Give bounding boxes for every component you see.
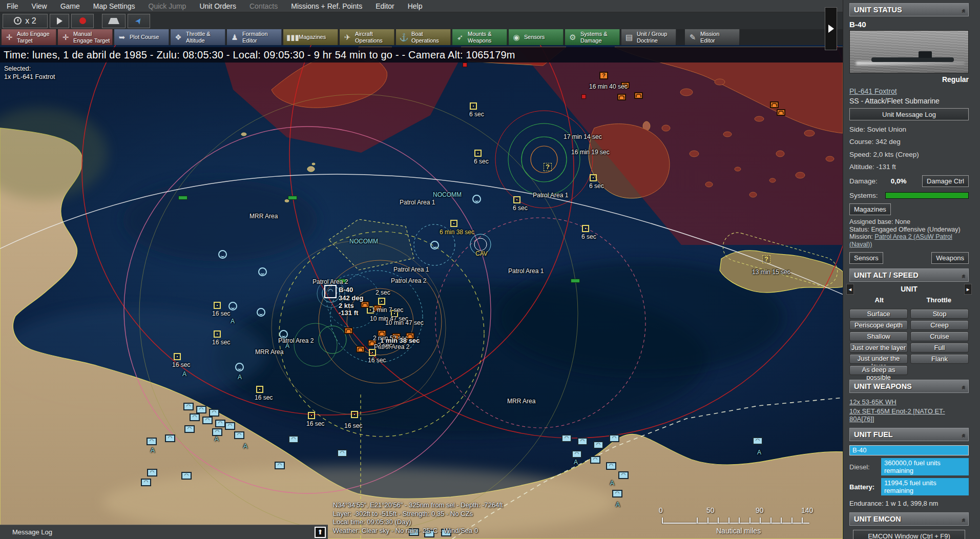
jump-to-button[interactable]: ➤ [128, 14, 150, 28]
throttle-full-button[interactable]: Full [910, 343, 969, 353]
submarine-datum-icon[interactable] [218, 250, 227, 259]
message-log-expand-button[interactable]: ⬆ [315, 527, 326, 538]
naval-unit-icon[interactable] [202, 417, 213, 424]
naval-unit-icon[interactable] [181, 472, 192, 480]
unit-alt-speed-header[interactable]: UNIT ALT / SPEED » [849, 268, 969, 282]
selected-unit-icon[interactable] [324, 285, 337, 298]
submarine-datum-icon[interactable] [257, 308, 265, 317]
auto-engage-target-button[interactable]: ✛Auto EngageTarget [2, 29, 56, 45]
scope-next-button[interactable]: ► [964, 284, 972, 295]
unit-message-log-button[interactable]: Unit Message Log [849, 108, 969, 120]
alt-just-over-the-layer-button[interactable]: Just over the layer [849, 343, 908, 353]
magazines-button[interactable]: ▮▮▮Magazines [283, 29, 338, 45]
menu-item-missions-ref-points[interactable]: Missions + Ref. Points [284, 0, 369, 12]
unknown-contact-icon[interactable] [378, 298, 385, 305]
naval-unit-icon[interactable] [147, 438, 157, 445]
weapons-panel-button[interactable]: Weapons [931, 252, 969, 264]
naval-unit-icon[interactable] [275, 462, 285, 469]
hostile-point-icon[interactable] [581, 94, 586, 99]
time-compression-button[interactable]: x 2 [3, 14, 48, 28]
naval-unit-icon[interactable] [590, 456, 600, 464]
collapse-chevron-icon[interactable]: » [956, 10, 969, 13]
naval-unit-icon[interactable] [561, 434, 572, 442]
submarine-datum-icon[interactable] [258, 267, 267, 276]
damage-ctrl-button[interactable]: Damage Ctrl [922, 175, 969, 187]
alt-periscope-depth-button[interactable]: Periscope depth [849, 320, 908, 330]
fuel-unit-row[interactable]: B-40 [849, 445, 969, 455]
naval-unit-icon[interactable] [234, 431, 244, 439]
hostile-unit-icon[interactable] [361, 301, 369, 308]
reference-point-icon[interactable] [571, 279, 580, 283]
sidebar-collapse-handle[interactable] [825, 7, 837, 50]
mission-editor-button[interactable]: ✎MissionEditor [685, 29, 740, 45]
submarine-datum-icon[interactable] [430, 241, 439, 250]
unit-class-link[interactable]: PL-641 Foxtrot [849, 87, 897, 95]
naval-unit-icon[interactable] [212, 428, 222, 436]
systems-damage-button[interactable]: ⚙Systems &Damage [565, 29, 620, 45]
play-button[interactable] [50, 14, 69, 28]
naval-unit-icon[interactable] [606, 462, 616, 470]
throttle-altitude-button[interactable]: ❖Throttle &Altitude [171, 29, 225, 45]
hostile-unit-icon[interactable] [617, 94, 626, 100]
weapon-link[interactable]: 12x 53-65K WH [849, 398, 969, 406]
boat-operations-button[interactable]: ⚓BoatOperations [396, 29, 451, 45]
menu-item-map-settings[interactable]: Map Settings [87, 0, 142, 12]
hostile-unknown-icon[interactable] [599, 72, 608, 79]
record-button[interactable] [71, 14, 94, 28]
reference-point-icon[interactable] [178, 196, 187, 200]
naval-unit-icon[interactable] [572, 450, 582, 458]
message-log-bar[interactable]: Message Log ⬆ [0, 525, 328, 539]
unknown-contact-icon[interactable] [308, 412, 315, 419]
naval-unit-icon[interactable] [183, 403, 194, 410]
unknown-contact-icon[interactable] [256, 386, 263, 393]
unknown-contact-icon[interactable] [214, 302, 221, 309]
aircraft-operations-button[interactable]: ✈AircraftOperations [340, 29, 394, 45]
unknown-contact-icon[interactable] [351, 411, 358, 418]
mounts-weapons-button[interactable]: ➶Mounts &Weapons [452, 29, 507, 45]
hostile-unit-icon[interactable] [344, 327, 353, 334]
menu-item-file[interactable]: File [0, 0, 25, 12]
hostile-unit-icon[interactable] [770, 101, 779, 108]
emcon-window-button[interactable]: EMCON Window (Ctrl + F9) [853, 530, 965, 539]
naval-unit-icon[interactable] [577, 438, 588, 445]
sensors-panel-button[interactable]: Sensors [849, 252, 883, 264]
sensors-button[interactable]: ◉Sensors [509, 29, 564, 45]
unknown-query-icon[interactable] [544, 163, 552, 171]
throttle-creep-button[interactable]: Creep [910, 320, 969, 330]
formation-editor-button[interactable]: ♟FormationEditor [227, 29, 282, 45]
reference-point-icon[interactable] [288, 196, 297, 200]
hostile-unit-icon[interactable] [777, 109, 785, 116]
naval-unit-icon[interactable] [337, 449, 347, 457]
naval-unit-icon[interactable] [609, 434, 619, 442]
menu-item-help[interactable]: Help [401, 0, 429, 12]
scope-prev-button[interactable]: ◄ [846, 284, 854, 295]
naval-unit-icon[interactable] [165, 434, 175, 442]
map-layers-button[interactable] [102, 14, 126, 28]
naval-unit-icon[interactable] [141, 479, 151, 486]
submarine-datum-icon[interactable] [472, 195, 481, 203]
unit-fuel-header[interactable]: UNIT FUEL » [849, 428, 969, 441]
unit-group-doctrine-button[interactable]: ▤Unit / GroupDoctrine [621, 29, 676, 45]
collapse-chevron-icon[interactable]: » [956, 276, 969, 278]
weapon-link[interactable]: 10x SET-65M Enot-2 [NATO ET-80A[76]] [849, 407, 969, 423]
menu-item-unit-orders[interactable]: Unit Orders [193, 0, 243, 12]
submarine-datum-icon[interactable] [235, 363, 244, 371]
unknown-query-icon[interactable] [762, 255, 770, 263]
menu-item-editor[interactable]: Editor [369, 0, 401, 12]
unknown-contact-icon[interactable] [214, 330, 221, 338]
manual-engage-target-button[interactable]: ✛ManualEngage Target [58, 29, 113, 45]
naval-unit-icon[interactable] [225, 422, 235, 430]
naval-unit-icon[interactable] [196, 406, 206, 413]
unknown-contact-icon[interactable] [590, 174, 597, 181]
collapse-chevron-icon[interactable]: » [956, 520, 969, 522]
hostile-unit-icon[interactable] [356, 346, 365, 353]
magazines-button[interactable]: Magazines [849, 203, 891, 215]
hostile-unit-icon[interactable] [634, 92, 643, 99]
unknown-contact-icon[interactable] [450, 220, 457, 227]
unit-weapons-header[interactable]: UNIT WEAPONS » [849, 380, 969, 393]
unit-emcon-header[interactable]: UNIT EMCON » [849, 512, 969, 526]
alt-as-deep-as-possible-button[interactable]: As deep as possible [849, 365, 908, 375]
throttle-stop-button[interactable]: Stop [910, 309, 969, 319]
unknown-contact-icon[interactable] [174, 353, 181, 360]
unknown-contact-icon[interactable] [470, 102, 477, 110]
